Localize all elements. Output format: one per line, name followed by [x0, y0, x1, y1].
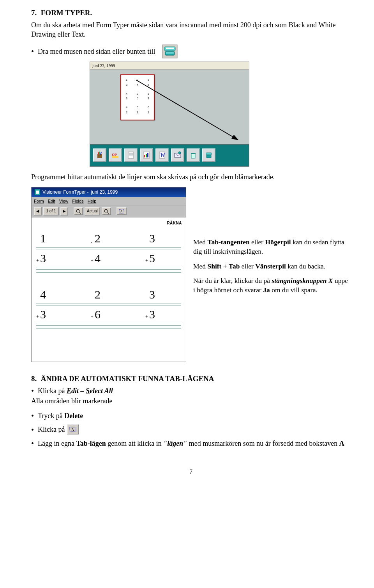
section8-b1-after: Alla områden blir markerade — [31, 396, 351, 406]
t: Lägg in egna — [38, 440, 76, 447]
screenshot-paperport-desktop: juni 23, 1999 123 345 423 363 456 232 — [90, 62, 351, 167]
t: När du är klar, klickar du på — [193, 277, 272, 284]
section7-intro: Om du ska arbeta med Form Typer måste si… — [31, 20, 351, 39]
section7-title: FORM TYPER. — [41, 9, 92, 17]
menu-fields[interactable]: Fields — [72, 198, 83, 204]
kbd-shift-tab: Shift + Tab — [207, 262, 240, 270]
zoom-level-label[interactable]: Actual — [85, 207, 100, 215]
kbd-delete: Delete — [64, 412, 83, 420]
shot2-titlebar: Visioneer FormTyper - juni 23, 1999 — [32, 187, 186, 197]
chart-icon[interactable] — [140, 148, 153, 162]
svg-line-6 — [136, 80, 238, 140]
bullet-dot-icon: • — [31, 387, 34, 395]
lagen-quoted: "lägen" — [163, 440, 187, 447]
kbd-right: Högerpil — [265, 238, 291, 246]
svg-text:W: W — [160, 152, 166, 158]
section7-after-shot1: Programmet hittar automatiskt de linjer … — [31, 172, 351, 182]
tab-lagen: Tab-lägen — [76, 440, 106, 447]
t: Med — [193, 262, 207, 270]
typewriter-small-icon[interactable] — [202, 148, 215, 162]
menu-view[interactable]: View — [59, 198, 69, 204]
shot1-date-label: juni 23, 1999 — [90, 62, 249, 70]
letter-a: A — [339, 440, 344, 447]
notepad-icon[interactable] — [124, 148, 138, 162]
t: eller — [240, 262, 255, 270]
next-page-button[interactable]: ▶ — [60, 207, 68, 215]
mail-icon[interactable] — [171, 148, 184, 162]
svg-point-31 — [76, 209, 79, 212]
svg-line-32 — [79, 212, 81, 214]
t: om du vill spara. — [270, 286, 318, 294]
svg-point-24 — [178, 152, 181, 154]
section8-title: ÄNDRA DE AUTOMATISKT FUNNA TAB-LÄGENA — [41, 374, 214, 383]
t: Klicka på — [38, 425, 65, 434]
section7-heading: 7. FORM TYPER. — [31, 8, 351, 18]
svg-point-33 — [104, 209, 108, 212]
bullet-add-own-tabs: • Lägg in egna Tab-lägen genom att klick… — [31, 439, 351, 448]
svg-text:OP: OP — [112, 153, 117, 157]
bullet-drag-to-typewriter: • Dra med musen ned sidan eller bunten t… — [31, 44, 351, 58]
svg-text:A: A — [71, 427, 74, 432]
menu-form[interactable]: Form — [34, 198, 44, 204]
close-x: stängningsknappen X — [272, 277, 333, 284]
section8-heading: 8. ÄNDRA DE AUTOMATISKT FUNNA TAB-LÄGENA — [31, 374, 351, 384]
kbd-tab: Tab-tangenten — [207, 238, 249, 246]
section7-number: 7. — [31, 9, 37, 17]
shot2-title-prefix: Visioneer FormTyper - — [42, 189, 88, 195]
kbd-left: Vänsterpil — [255, 262, 286, 270]
menu-edit[interactable]: Edit — [48, 198, 55, 204]
page-indicator: 1 of 1 — [43, 207, 59, 215]
svg-rect-3 — [165, 51, 175, 55]
bullet-edit-select-all: • Klicka på Edit – Select All — [31, 386, 351, 396]
svg-rect-12 — [112, 156, 118, 158]
svg-line-34 — [107, 212, 109, 214]
bullet-dot-icon: • — [31, 440, 34, 447]
op-logo-icon[interactable]: OP — [109, 148, 122, 162]
t: eller — [250, 238, 265, 246]
section8-number: 8. — [31, 374, 37, 383]
prev-page-button[interactable]: ◀ — [34, 207, 42, 215]
t: Med — [193, 238, 207, 246]
section7-tips: Med Tab-tangenten eller Högerpil kan du … — [186, 187, 351, 362]
zoom-out-button[interactable] — [74, 207, 83, 215]
screenshot-formtyper-window: Visioneer FormTyper - juni 23, 1999 Form… — [31, 187, 186, 362]
t: med musmarkören som nu är försedd med bo… — [187, 440, 339, 447]
bullet-dot-icon: • — [31, 426, 34, 434]
rakna-label: RÄKNA — [167, 221, 182, 226]
answer-yes: Ja — [263, 286, 270, 294]
word-icon[interactable]: W — [155, 148, 169, 162]
svg-rect-25 — [191, 154, 195, 158]
form-grid: 12,3 +3+4+5 423 +3+6+3 — [36, 231, 181, 343]
shot2-toolbar: ◀ 1 of 1 ▶ Actual A — [32, 205, 186, 217]
bullet-press-delete: • Tryck på Delete — [31, 411, 351, 420]
pencil-cup-icon[interactable] — [93, 148, 106, 162]
bullet-drag-text: Dra med musen ned sidan eller bunten til… — [38, 47, 155, 56]
svg-rect-30 — [36, 191, 39, 194]
trash-icon[interactable] — [187, 148, 200, 162]
shot2-title-doc: juni 23, 1999 — [91, 189, 118, 195]
bullet-dot-icon: • — [31, 48, 34, 55]
t: Tryck på — [38, 412, 64, 420]
page-number: 7 — [31, 468, 351, 476]
zoom-in-button[interactable] — [102, 207, 111, 215]
add-field-icon: A — [67, 424, 79, 434]
bullet-dot-icon: • — [31, 412, 34, 420]
bullet-click-addfield: • Klicka på A — [31, 424, 351, 434]
svg-rect-13 — [128, 152, 134, 158]
typewriter-icon — [162, 44, 178, 58]
t: kan du backa. — [286, 262, 325, 270]
svg-text:A: A — [120, 210, 123, 213]
app-icon — [35, 189, 40, 195]
t: Klicka på — [38, 387, 67, 395]
t: genom att klicka in — [106, 440, 163, 447]
shot1-link-bar: OP W — [90, 144, 249, 166]
svg-rect-18 — [144, 155, 145, 157]
svg-rect-26 — [191, 153, 196, 154]
drag-arrow-icon — [90, 70, 250, 144]
shot2-menubar: Form Edit View Fields Help — [32, 197, 186, 206]
svg-rect-28 — [206, 155, 211, 158]
menu-help[interactable]: Help — [88, 198, 97, 204]
svg-rect-2 — [166, 48, 174, 49]
svg-rect-20 — [147, 153, 148, 157]
add-field-button[interactable]: A — [116, 207, 127, 215]
